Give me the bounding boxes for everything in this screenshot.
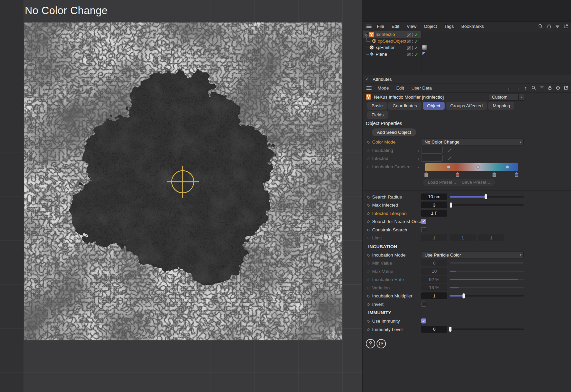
param-label: Min Value xyxy=(372,261,392,266)
slider-handle[interactable] xyxy=(462,293,465,298)
layer-icon[interactable] xyxy=(407,53,411,56)
visibility-dots-icon[interactable] xyxy=(412,46,413,50)
up-arrow-icon[interactable]: ↑ xyxy=(522,85,529,91)
gradient-bias-knot[interactable] xyxy=(476,165,480,169)
menu-edit[interactable]: Edit xyxy=(393,86,408,91)
search-nearest-checkbox[interactable]: ✓ xyxy=(421,219,426,224)
tree-row-plane[interactable]: Plane xyxy=(363,51,571,58)
close-icon[interactable]: × xyxy=(365,77,368,82)
diamond-icon: ◇ xyxy=(367,140,369,144)
preset-dropdown-arrow[interactable]: ▾ xyxy=(519,94,524,101)
immunity-level-input[interactable]: 0 xyxy=(421,326,447,333)
object-name[interactable]: xpEmitter xyxy=(376,45,395,50)
search-radius-slider[interactable] xyxy=(450,196,524,198)
home-icon[interactable] xyxy=(545,23,553,30)
incubation-rate-input: 92 % xyxy=(421,276,447,283)
layer-icon[interactable] xyxy=(407,46,411,50)
tab-groups-affected[interactable]: Groups Affected xyxy=(446,102,487,110)
save-preset-button[interactable]: Save Preset... xyxy=(457,179,495,186)
menu-mode[interactable]: Mode xyxy=(374,86,393,91)
tab-mapping[interactable]: Mapping xyxy=(488,102,514,110)
texture-thumbnail[interactable] xyxy=(422,45,427,50)
gradient-bias-knot[interactable] xyxy=(447,165,450,169)
reset-icon[interactable]: ⟳ xyxy=(377,339,386,348)
layer-icon[interactable] xyxy=(407,40,411,43)
slider-handle[interactable] xyxy=(449,327,452,332)
incubation-mode-dropdown[interactable]: Use Particle Color ▾ xyxy=(421,251,524,258)
gradient-stop[interactable] xyxy=(456,173,459,177)
gradient-bias-knot[interactable] xyxy=(506,165,509,169)
immunity-level-slider[interactable] xyxy=(450,328,524,330)
enabled-check-icon[interactable]: ✓ xyxy=(414,52,418,57)
menu-file[interactable]: File xyxy=(373,24,388,29)
popout-icon[interactable] xyxy=(562,85,570,91)
search-icon[interactable] xyxy=(530,85,537,91)
max-value-input: 10 xyxy=(421,268,447,275)
lock-icon[interactable] xyxy=(546,85,554,91)
incubation-multiplier-slider[interactable] xyxy=(450,295,524,297)
tab-coordinates[interactable]: Coordinates xyxy=(388,102,421,110)
diamond-icon: ◇ xyxy=(367,253,369,257)
use-immunity-checkbox[interactable]: ✓ xyxy=(421,319,426,324)
add-seed-object-button[interactable]: Add Seed Object xyxy=(372,128,416,136)
max-infected-input[interactable]: 3 xyxy=(421,202,447,208)
slider-handle[interactable] xyxy=(450,203,452,208)
viewport-3d[interactable]: No Color Change xyxy=(0,0,362,392)
chevron-down-icon: ▾ xyxy=(520,253,521,257)
max-infected-slider[interactable] xyxy=(450,204,524,206)
infected-lifespan-input[interactable]: 1 F xyxy=(421,210,447,217)
tree-row-xpemitter[interactable]: xpEmitter xyxy=(363,44,571,51)
tree-line xyxy=(366,36,367,41)
layer-icon[interactable] xyxy=(407,33,411,37)
menu-user-data[interactable]: User Data xyxy=(408,86,436,91)
back-arrow-icon[interactable]: ← xyxy=(506,85,513,91)
color-mode-dropdown[interactable]: No Color Change ▾ xyxy=(421,138,524,146)
viewport-heading: No Color Change xyxy=(25,5,108,17)
enabled-check-icon[interactable]: ✓ xyxy=(414,39,418,44)
popout-icon[interactable] xyxy=(562,23,569,30)
filter-icon[interactable] xyxy=(554,23,561,30)
forward-arrow-icon[interactable]: → xyxy=(514,85,521,91)
footer-icons-row: ? ⟳ xyxy=(363,338,571,351)
tab-fields[interactable]: Fields xyxy=(367,111,388,119)
visibility-dots-icon[interactable] xyxy=(412,40,413,43)
menu-view[interactable]: View xyxy=(403,24,420,29)
gradient-stop[interactable] xyxy=(424,173,428,177)
menu-edit[interactable]: Edit xyxy=(388,24,403,29)
menu-tags[interactable]: Tags xyxy=(441,24,458,29)
constrain-search-checkbox[interactable] xyxy=(421,227,426,232)
object-name[interactable]: xpSeedObject xyxy=(378,39,406,44)
target-icon[interactable] xyxy=(554,85,562,91)
enabled-check-icon[interactable]: ✓ xyxy=(414,33,418,37)
tab-basic[interactable]: Basic xyxy=(367,102,387,110)
object-title-row: NeXus Infectio Modifier [nxInfectio] Cus… xyxy=(363,93,571,101)
phong-tag-icon[interactable] xyxy=(422,51,426,56)
visibility-dots-icon[interactable] xyxy=(412,53,413,56)
invert-checkbox[interactable] xyxy=(421,301,426,306)
help-icon[interactable]: ? xyxy=(366,339,375,348)
search-icon[interactable] xyxy=(537,23,544,30)
hamburger-menu-icon[interactable] xyxy=(365,85,373,91)
filter-icon[interactable] xyxy=(538,85,546,91)
section-header: INCUBATION xyxy=(368,244,397,249)
diamond-icon: ◇ xyxy=(367,211,369,215)
incubation-multiplier-input[interactable]: 1 xyxy=(421,292,447,299)
tree-row-xpseedobject[interactable]: xpSeedObject xyxy=(363,38,571,45)
collapse-icon[interactable]: − xyxy=(365,33,368,36)
gradient-stop[interactable] xyxy=(493,173,496,177)
load-preset-button[interactable]: Load Preset... xyxy=(423,179,461,186)
gradient-stop[interactable] xyxy=(515,173,518,177)
visibility-dots-icon[interactable] xyxy=(412,33,413,37)
menu-object[interactable]: Object xyxy=(420,24,441,29)
hamburger-menu-icon[interactable] xyxy=(365,23,373,30)
object-name[interactable]: Plane xyxy=(376,52,387,57)
slider-handle[interactable] xyxy=(485,194,487,199)
search-radius-input[interactable]: 10 cm xyxy=(421,193,447,200)
gradient-bar[interactable] xyxy=(425,163,518,171)
enabled-check-icon[interactable]: ✓ xyxy=(414,46,418,50)
tab-object[interactable]: Object xyxy=(423,102,445,110)
menu-bookmarks[interactable]: Bookmarks xyxy=(458,24,488,29)
preset-dropdown[interactable]: Custom xyxy=(488,94,519,101)
object-name[interactable]: nxInfectio xyxy=(376,32,395,37)
preset-value: Custom xyxy=(492,95,508,100)
